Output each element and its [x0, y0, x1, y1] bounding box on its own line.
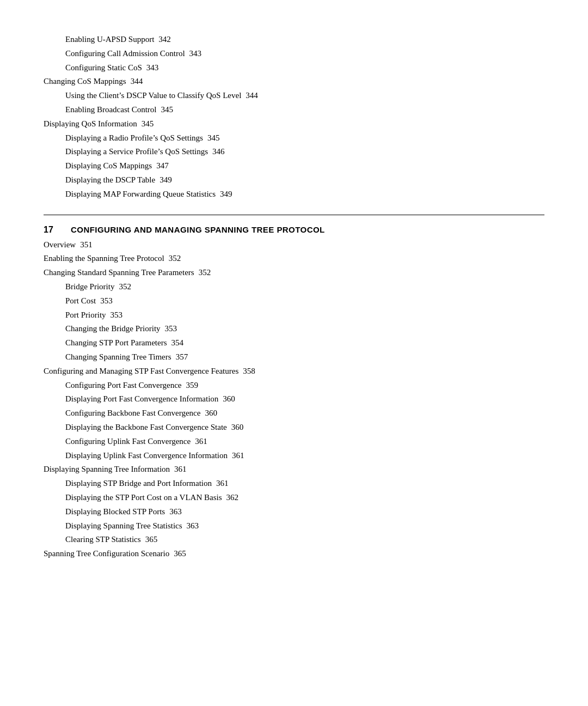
toc-entry: Enabling U-APSD Support342: [44, 33, 544, 47]
chapter-number: 17: [44, 225, 71, 235]
entry-page: 357: [176, 350, 188, 364]
entry-page: 345: [207, 131, 220, 145]
entry-text: Changing the Bridge Priority: [65, 322, 161, 336]
toc-entry: Displaying a Radio Profile’s QoS Setting…: [44, 131, 544, 145]
toc-entry: Changing Standard Spanning Tree Paramete…: [44, 266, 544, 280]
entry-text: Displaying MAP Forwarding Queue Statisti…: [65, 187, 216, 202]
entry-page: 353: [165, 322, 177, 336]
entry-page: 353: [100, 294, 113, 308]
toc-entry: Displaying the STP Port Cost on a VLAN B…: [44, 491, 544, 505]
entry-text: Configuring Uplink Fast Convergence: [65, 435, 191, 449]
entry-page: 363: [187, 519, 199, 533]
entry-page: 358: [243, 364, 255, 379]
entry-page: 353: [111, 308, 123, 322]
entry-page: 365: [145, 533, 158, 547]
entry-page: 344: [246, 89, 258, 103]
toc-entry: Port Cost353: [44, 294, 544, 308]
entry-page: 346: [212, 145, 225, 159]
entry-text: Configuring and Managing STP Fast Conver…: [44, 364, 238, 379]
toc-entry: Displaying STP Bridge and Port Informati…: [44, 477, 544, 491]
toc-entry: Configuring Call Admission Control343: [44, 47, 544, 61]
entry-page: 352: [169, 252, 181, 266]
toc-entry: Spanning Tree Configuration Scenario365: [44, 547, 544, 561]
toc-entry: Displaying CoS Mappings347: [44, 159, 544, 173]
entry-text: Port Cost: [65, 294, 96, 308]
entry-page: 365: [174, 547, 186, 561]
entry-text: Displaying the DSCP Table: [65, 173, 155, 187]
entry-page: 352: [119, 280, 131, 294]
entry-page: 354: [171, 336, 184, 350]
entry-text: Port Priority: [65, 308, 106, 322]
toc-entry: Configuring and Managing STP Fast Conver…: [44, 364, 544, 379]
entry-text: Displaying Spanning Tree Statistics: [65, 519, 182, 533]
entry-text: Overview: [44, 238, 76, 252]
entry-text: Displaying the STP Port Cost on a VLAN B…: [65, 491, 222, 505]
entry-text: Configuring Port Fast Convergence: [65, 379, 181, 393]
toc-entry: Using the Client’s DSCP Value to Classif…: [44, 89, 544, 103]
section-divider: [44, 215, 544, 215]
toc-entry: Displaying MAP Forwarding Queue Statisti…: [44, 187, 544, 202]
toc-entry: Displaying QoS Information345: [44, 117, 544, 131]
entry-text: Enabling Broadcast Control: [65, 103, 156, 117]
entry-page: 345: [142, 117, 154, 131]
entry-page: 360: [223, 392, 235, 406]
entry-text: Displaying Uplink Fast Convergence Infor…: [65, 449, 228, 463]
entry-page: 349: [220, 187, 232, 202]
toc-entry: Enabling Broadcast Control345: [44, 103, 544, 117]
toc-entry: Displaying the DSCP Table349: [44, 173, 544, 187]
entry-text: Changing STP Port Parameters: [65, 336, 167, 350]
toc-entry: Displaying Port Fast Convergence Informa…: [44, 392, 544, 406]
entry-text: Using the Client’s DSCP Value to Classif…: [65, 89, 241, 103]
entry-text: Configuring Static CoS: [65, 61, 142, 75]
entry-text: Configuring Call Admission Control: [65, 47, 185, 61]
entry-page: 349: [160, 173, 172, 187]
entry-text: Displaying a Radio Profile’s QoS Setting…: [65, 131, 203, 145]
entry-page: 343: [146, 61, 159, 75]
toc-entry: Configuring Backbone Fast Convergence360: [44, 406, 544, 421]
toc-entry: Clearing STP Statistics365: [44, 533, 544, 547]
entry-text: Displaying CoS Mappings: [65, 159, 152, 173]
entry-page: 359: [186, 379, 198, 393]
entry-text: Changing Spanning Tree Timers: [65, 350, 171, 364]
chapter-row: 17 Configuring and Managing Spanning Tre…: [44, 225, 544, 235]
entry-text: Changing CoS Mappings: [44, 75, 126, 89]
entry-text: Configuring Backbone Fast Convergence: [65, 406, 200, 421]
toc-page: Enabling U-APSD Support342Configuring Ca…: [44, 33, 544, 561]
entry-text: Displaying the Backbone Fast Convergence…: [65, 421, 227, 435]
toc-entry: Changing CoS Mappings344: [44, 75, 544, 89]
entry-page: 363: [169, 505, 182, 519]
entry-text: Bridge Priority: [65, 280, 114, 294]
entry-page: 361: [216, 477, 229, 491]
toc-entry: Changing the Bridge Priority353: [44, 322, 544, 336]
entry-page: 343: [189, 47, 202, 61]
toc-entry: Displaying Spanning Tree Information361: [44, 462, 544, 477]
toc-entry: Displaying Uplink Fast Convergence Infor…: [44, 449, 544, 463]
toc-entry: Displaying a Service Profile’s QoS Setti…: [44, 145, 544, 159]
entry-page: 360: [231, 421, 244, 435]
entry-text: Displaying QoS Information: [44, 117, 137, 131]
entry-text: Changing Standard Spanning Tree Paramete…: [44, 266, 194, 280]
chapter-entries: Overview351Enabling the Spanning Tree Pr…: [44, 238, 544, 561]
entry-text: Spanning Tree Configuration Scenario: [44, 547, 169, 561]
toc-entry: Displaying the Backbone Fast Convergence…: [44, 421, 544, 435]
toc-entry: Overview351: [44, 238, 544, 252]
entry-page: 344: [131, 75, 143, 89]
entry-page: 361: [174, 462, 187, 477]
toc-entry: Configuring Port Fast Convergence359: [44, 379, 544, 393]
entry-page: 342: [158, 33, 171, 47]
entry-text: Enabling the Spanning Tree Protocol: [44, 252, 164, 266]
entry-text: Displaying Blocked STP Ports: [65, 505, 165, 519]
entry-page: 347: [156, 159, 169, 173]
toc-entry: Changing Spanning Tree Timers357: [44, 350, 544, 364]
toc-entry: Bridge Priority352: [44, 280, 544, 294]
top-section: Enabling U-APSD Support342Configuring Ca…: [44, 33, 544, 202]
toc-entry: Enabling the Spanning Tree Protocol352: [44, 252, 544, 266]
entry-text: Displaying Spanning Tree Information: [44, 462, 170, 477]
toc-entry: Changing STP Port Parameters354: [44, 336, 544, 350]
entry-text: Displaying a Service Profile’s QoS Setti…: [65, 145, 208, 159]
toc-entry: Configuring Static CoS343: [44, 61, 544, 75]
entry-page: 352: [199, 266, 211, 280]
toc-entry: Port Priority353: [44, 308, 544, 322]
entry-text: Displaying Port Fast Convergence Informa…: [65, 392, 218, 406]
toc-entry: Configuring Uplink Fast Convergence361: [44, 435, 544, 449]
